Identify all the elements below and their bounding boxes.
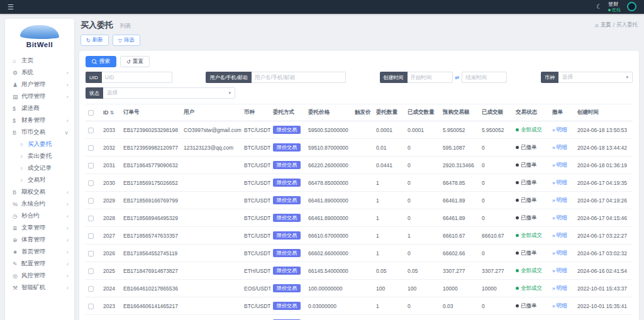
sidebar-item-risk[interactable]: ◎ 风控管理 ‹ (5, 270, 74, 282)
circle-icon: ○ (20, 154, 28, 158)
user-input[interactable] (252, 72, 346, 83)
cell-price: 66478.85000000 (306, 174, 352, 192)
search-button[interactable]: 搜索 (86, 56, 116, 67)
detail-link[interactable]: 明细 (552, 214, 567, 222)
sidebar-item-trade-pairs[interactable]: ○ 交易对 (5, 174, 74, 186)
brand-wave-icon (20, 25, 59, 39)
status-badge: 已撤单 (516, 144, 537, 152)
cell-trigger-price (352, 192, 374, 209)
sidebar-item-config[interactable]: ✎ 配置管理 ‹ (5, 258, 74, 270)
filter-row-1: UID 用户名/手机/邮箱 创建时间 ⇄ 币种 选择 ▾ (86, 72, 633, 83)
cell-id: 2030 (101, 174, 121, 192)
row-checkbox[interactable] (88, 268, 94, 274)
order-type-badge: 限价交易 (273, 302, 301, 310)
select-all-checkbox[interactable] (88, 110, 94, 116)
col-id[interactable]: ID⇅ (101, 104, 121, 121)
cell-quantity: 100 (374, 280, 405, 297)
sidebar-item-homepage[interactable]: ★ 首页管理 ‹ (5, 246, 74, 258)
detail-link[interactable]: 明细 (552, 126, 567, 134)
chevron-icon: ‹ (67, 70, 69, 76)
cell-trigger-price (352, 157, 374, 174)
row-checkbox[interactable] (88, 180, 94, 186)
cell-order-no: EB1718645779090632 (121, 157, 181, 174)
sidebar-item-perpetual[interactable]: % 永续合约 ‹ (5, 198, 74, 210)
brand-logo-icon[interactable] (627, 2, 636, 11)
cell-est-amount: 66461.89 (440, 209, 479, 227)
cell-filled-amount: 0 (479, 157, 513, 174)
chevron-icon: ‹ (67, 213, 69, 219)
cell-order-no: EB1723959982120977 (121, 139, 181, 157)
table-row: 2023 EB1664606141465217 BTC/USDT 限价交易 0.… (86, 297, 633, 315)
table-row: 2024 EB1664610217865536 EOS/USDT 限价交易 10… (86, 280, 633, 297)
sidebar-item-agent-mgmt[interactable]: ▤ 代理管理 ‹ (5, 91, 74, 102)
sidebar-item-spot-trade[interactable]: B 币币交易 ∨ (5, 126, 74, 138)
order-type-badge: 限价交易 (273, 214, 301, 222)
sidebar-item-mining[interactable]: ⚒ 智能矿机 ‹ (5, 282, 74, 294)
menu-toggle-icon[interactable]: ☰ (8, 3, 14, 11)
user-menu[interactable]: 登财 在线 (608, 1, 621, 12)
chevron-icon: ‹ (67, 82, 69, 88)
status-select[interactable]: 选择 ▾ (103, 87, 235, 99)
uid-input[interactable] (102, 72, 172, 83)
detail-link[interactable]: 明细 (552, 250, 567, 257)
sidebar-item-channel[interactable]: $ 渠道商 (5, 102, 74, 114)
time-start-input[interactable] (408, 72, 453, 83)
row-checkbox[interactable] (88, 286, 94, 292)
detail-link[interactable]: 明细 (552, 179, 567, 187)
row-checkbox[interactable] (88, 304, 94, 309)
sidebar-item-sell-orders[interactable]: ○ 卖出委托 (5, 150, 74, 162)
table-card: 搜索 ↺ 重置 UID 用户名/手机/邮箱 创建时间 ⇄ (79, 51, 639, 320)
sidebar-item-trade-records[interactable]: ○ 成交记录 (5, 162, 74, 174)
cell-created-at: 2024-06-16 02:41:54 (575, 262, 633, 280)
cell-est-amount: 66602.66 (440, 245, 479, 262)
detail-link[interactable]: 明细 (552, 285, 567, 292)
shield-icon: ◎ (13, 273, 21, 279)
row-checkbox[interactable] (88, 251, 94, 257)
coin-icon: B (13, 130, 21, 136)
row-checkbox[interactable] (88, 145, 94, 151)
cell-filled-quantity: 0 (405, 192, 440, 209)
sidebar-item-finance[interactable]: $ 财务管理 ‹ (5, 114, 74, 126)
cell-created-at: 2024-06-17 03:02:32 (575, 245, 633, 262)
sidebar-item-system[interactable]: ⚙ 系统 ‹ (5, 67, 74, 79)
row-checkbox[interactable] (88, 198, 94, 204)
coin-select[interactable]: 选择 ▾ (558, 72, 633, 83)
detail-link[interactable]: 明细 (552, 144, 567, 152)
time-end-input[interactable] (462, 72, 507, 83)
row-checkbox[interactable] (88, 128, 94, 133)
detail-link[interactable]: 明细 (552, 267, 567, 275)
sidebar-item-articles[interactable]: ≣ 文章管理 ‹ (5, 222, 74, 234)
filter-button[interactable]: ▽ 筛选 (113, 35, 140, 46)
double-angle-icon (552, 233, 555, 239)
cell-trigger-price (352, 139, 374, 157)
chevron-icon: ‹ (67, 118, 69, 124)
order-type-badge: 限价交易 (273, 179, 301, 187)
sidebar-item-options[interactable]: B 期权交易 ‹ (5, 186, 74, 198)
reset-button[interactable]: ↺ 重置 (120, 56, 150, 67)
row-checkbox[interactable] (88, 233, 94, 239)
cell-id: 2022 (101, 315, 121, 320)
row-checkbox[interactable] (88, 163, 94, 168)
breadcrumb-home[interactable]: 主页 (601, 21, 611, 29)
table-row: 2030 EB1718569175026652 BTC/USDT 限价交易 66… (86, 174, 633, 192)
uid-label: UID (86, 72, 102, 83)
reset-icon: ↺ (126, 59, 131, 65)
row-checkbox[interactable] (88, 216, 94, 221)
detail-link[interactable]: 明细 (552, 232, 567, 240)
detail-link[interactable]: 明细 (552, 302, 567, 310)
detail-link[interactable]: 明细 (552, 162, 567, 169)
sidebar-item-buy-orders[interactable]: ○ 买入委托 (5, 138, 74, 150)
status-badge: 全部成交 (516, 267, 542, 275)
sidebar-item-user-mgmt[interactable]: ♟ 用户管理 ‹ (5, 79, 74, 91)
status-badge: 全部成交 (516, 285, 542, 292)
sidebar-item-sports[interactable]: ⊕ 体育管理 ‹ (5, 234, 74, 246)
sidebar-item-home[interactable]: ⌂ 主页 (5, 55, 74, 67)
cell-filled-amount: 0 (479, 245, 513, 262)
cell-est-amount: 5.950052 (440, 121, 479, 139)
cell-quantity: 0.0001 (374, 121, 405, 139)
dark-mode-icon[interactable]: ☾ (596, 3, 602, 10)
cell-filled-amount: 3307.277 (479, 262, 513, 280)
refresh-button[interactable]: ↻ 刷新 (80, 35, 109, 46)
sidebar-item-second-contract[interactable]: ◷ 秒合约 ‹ (5, 210, 74, 222)
detail-link[interactable]: 明细 (552, 197, 567, 204)
